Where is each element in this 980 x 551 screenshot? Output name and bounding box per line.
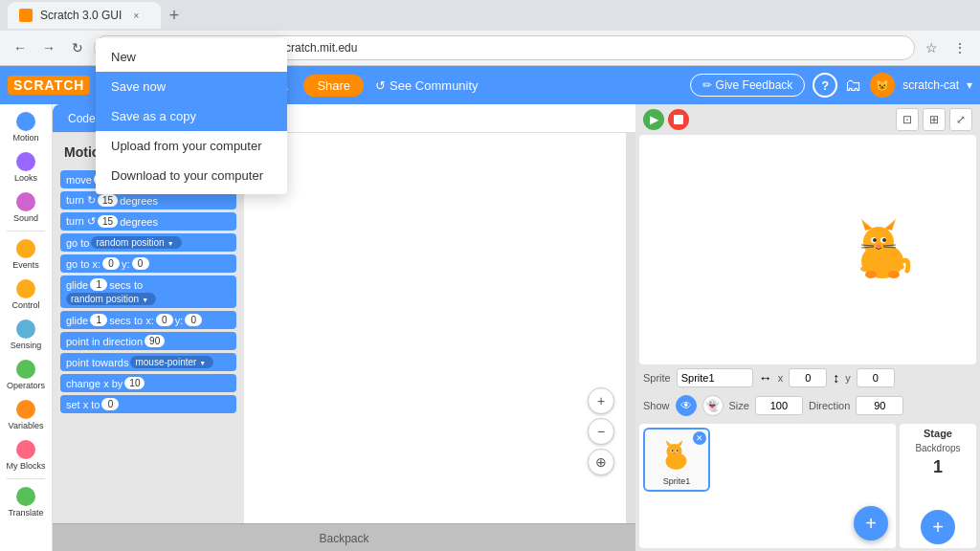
block-gotoxy[interactable]: go to x: 0 y: 0 [60, 254, 236, 273]
back-button[interactable]: ← [8, 35, 33, 60]
block-turn-ccw[interactable]: turn ↺ 15 degrees [60, 212, 236, 231]
stage-normal-view-button[interactable]: ⊞ [923, 108, 946, 131]
file-save-copy-item[interactable]: Save as a copy [96, 101, 287, 131]
block-setx-value[interactable]: 0 [101, 398, 119, 410]
stage-canvas[interactable] [639, 135, 976, 364]
forward-button[interactable]: → [36, 35, 61, 60]
block-glide1-value[interactable]: 1 [90, 278, 107, 291]
folder-button[interactable]: 🗂 [845, 76, 862, 96]
script-area[interactable]: + − ⊕ [244, 133, 626, 523]
sprite-name-input[interactable] [677, 368, 753, 387]
svg-point-8 [873, 238, 877, 242]
sidebar-item-variables[interactable]: Variables [2, 396, 50, 434]
variables-label: Variables [9, 421, 44, 430]
file-new-item[interactable]: New [96, 42, 287, 72]
block-direction[interactable]: point in direction 90 [60, 332, 236, 350]
block-turn-ccw-value[interactable]: 15 [98, 215, 118, 228]
sidebar-item-translate[interactable]: Translate [2, 483, 50, 521]
stage-small-view-button[interactable]: ⊡ [896, 108, 919, 131]
feedback-icon: ✏ [702, 78, 712, 92]
add-sprite-button[interactable]: + [854, 506, 888, 540]
block-glide2-value[interactable]: 1 [90, 314, 107, 326]
stop-icon [674, 115, 683, 124]
block-glide2-text1: glide [66, 315, 88, 326]
svg-point-15 [865, 271, 877, 278]
backdrops-label: Backdrops [915, 443, 960, 453]
sidebar-item-sound[interactable]: Sound [2, 188, 50, 227]
file-save-now-item[interactable]: Save now [96, 72, 287, 101]
stop-button[interactable] [668, 109, 689, 130]
zoom-in-button[interactable]: + [588, 387, 614, 414]
green-flag-button[interactable]: ▶ [643, 109, 664, 130]
block-glide2-y[interactable]: 0 [185, 314, 202, 326]
sprite-thumb-name: Sprite1 [649, 476, 704, 486]
svg-point-17 [860, 266, 870, 272]
y-axis-icon: ↕ [833, 370, 839, 386]
scratch-logo[interactable]: SCRATCH [8, 76, 90, 95]
sprite-thumb-sprite1[interactable]: ✕ [643, 428, 710, 492]
file-upload-item[interactable]: Upload from your computer [96, 131, 287, 161]
sidebar-item-looks[interactable]: Looks [2, 148, 50, 187]
browser-tab[interactable]: Scratch 3.0 GUI × [8, 2, 161, 29]
tab-close-btn[interactable]: × [129, 9, 143, 22]
sidebar-item-events[interactable]: Events [2, 235, 50, 274]
sidebar-item-operators[interactable]: Operators [2, 356, 50, 394]
help-button[interactable]: ? [813, 73, 837, 98]
block-glide1[interactable]: glide 1 secs to random position [60, 276, 236, 308]
stage-fullscreen-button[interactable]: ⤢ [949, 108, 972, 131]
y-value-input[interactable] [857, 368, 895, 387]
block-direction-value[interactable]: 90 [145, 335, 165, 347]
block-turn-cw-text1: turn ↻ [66, 194, 96, 207]
see-community-button[interactable]: ↺ See Community [368, 75, 485, 97]
show-eye-button[interactable]: 👁 [676, 395, 697, 416]
svg-point-25 [672, 450, 674, 452]
file-download-item[interactable]: Download to your computer [96, 161, 287, 190]
add-backdrop-button[interactable]: + [921, 510, 955, 544]
tab-favicon [19, 9, 33, 22]
block-categories-sidebar: Motion Looks Sound Events Control Sens [0, 104, 53, 551]
backpack-bar[interactable]: Backpack [53, 523, 635, 551]
block-towards[interactable]: point towards mouse-pointer [60, 353, 236, 371]
direction-input[interactable] [856, 396, 903, 415]
code-tab-label: Code [68, 112, 96, 125]
sidebar-item-myblocks[interactable]: My Blocks [2, 436, 50, 474]
block-gotoxy-y[interactable]: 0 [132, 257, 149, 270]
vertical-scrollbar[interactable] [626, 133, 635, 523]
sidebar-item-motion[interactable]: Motion [2, 108, 50, 146]
direction-label: Direction [809, 400, 850, 411]
give-feedback-button[interactable]: ✏ Give Feedback [690, 74, 806, 97]
block-gotoxy-x[interactable]: 0 [102, 257, 120, 270]
block-goto-dropdown[interactable]: random position [91, 236, 181, 249]
size-input[interactable] [755, 396, 803, 415]
sprite-close-button[interactable]: ✕ [693, 431, 706, 445]
center-button[interactable]: ⊕ [588, 449, 614, 475]
block-goto[interactable]: go to random position [60, 233, 236, 252]
block-changex-text: change x by [66, 378, 122, 389]
user-chevron-icon[interactable]: ▾ [967, 78, 972, 92]
block-turn-cw-value[interactable]: 15 [98, 194, 118, 207]
file-dropdown: New Save now Save as a copy Upload from … [96, 38, 287, 194]
refresh-button[interactable]: ↻ [65, 35, 90, 60]
block-changex-value[interactable]: 10 [124, 377, 145, 389]
new-tab-button[interactable]: + [161, 2, 188, 29]
zoom-out-button[interactable]: − [588, 418, 614, 445]
ghost-button[interactable]: 👻 [702, 395, 724, 416]
operators-dot [16, 360, 35, 379]
block-glide2[interactable]: glide 1 secs to x: 0 y: 0 [60, 311, 236, 329]
bookmark-button[interactable]: ☆ [919, 35, 944, 60]
backdrops-count: 1 [933, 457, 943, 477]
block-direction-text: point in direction [66, 336, 143, 347]
block-setx[interactable]: set x to 0 [60, 395, 236, 413]
block-glide1-dropdown[interactable]: random position [66, 293, 156, 305]
block-towards-dropdown[interactable]: mouse-pointer [130, 356, 213, 368]
svg-point-27 [674, 452, 676, 454]
block-glide2-x[interactable]: 0 [156, 314, 173, 326]
add-backdrop-icon: + [932, 517, 944, 539]
sidebar-item-sensing[interactable]: Sensing [2, 316, 50, 354]
block-changex[interactable]: change x by 10 [60, 374, 236, 392]
share-button[interactable]: Share [303, 75, 364, 97]
sidebar-item-control[interactable]: Control [2, 276, 50, 314]
stage-topbar: ▶ ⊡ ⊞ ⤢ [635, 104, 980, 135]
x-value-input[interactable] [789, 368, 827, 387]
browser-menu-button[interactable]: ⋮ [947, 35, 972, 60]
